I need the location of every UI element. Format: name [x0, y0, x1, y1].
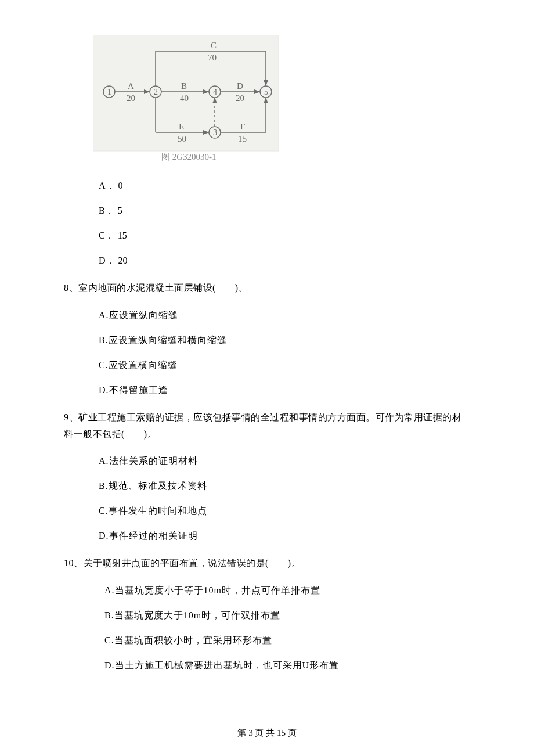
option-label: A． [99, 181, 115, 190]
option-d: D．20 [99, 255, 470, 267]
q10-options: A.当基坑宽度小于等于10m时，井点可作单排布置 B.当基坑宽度大于10m时，可… [64, 585, 470, 672]
edge-value-a: 20 [127, 93, 135, 103]
option-d: D.不得留施工逢 [99, 384, 470, 397]
option-b: B.当基坑宽度大于10m时，可作双排布置 [104, 610, 470, 622]
option-a: A.法律关系的证明材料 [99, 455, 470, 467]
option-value: 15 [118, 231, 127, 240]
node-label-4: 4 [213, 88, 217, 96]
option-b: B.规范、标准及技术资料 [99, 480, 470, 492]
option-a: A．0 [99, 180, 470, 192]
option-value: 0 [118, 181, 123, 190]
option-c: C.应设置横向缩缝 [99, 359, 470, 372]
network-diagram-container: C 70 E 50 F 15 A 20 B [93, 35, 470, 163]
question-text: 9、矿业工程施工索赔的证据，应该包括事情的全过程和事情的方方面面。可作为常用证据… [64, 412, 461, 439]
option-b: B．5 [99, 205, 470, 217]
question-9: 9、矿业工程施工索赔的证据，应该包括事情的全过程和事情的方方面面。可作为常用证据… [64, 409, 470, 443]
edge-value-b: 40 [180, 93, 189, 103]
option-c: C.事件发生的时间和地点 [99, 505, 470, 517]
edge-label-c: C [211, 41, 217, 50]
option-label: B． [99, 206, 114, 215]
question-text: 10、关于喷射井点面的平面布置，说法错误的是( )。 [64, 558, 301, 568]
edge-label-e: E [179, 122, 184, 131]
network-diagram: C 70 E 50 F 15 A 20 B [93, 35, 279, 163]
option-label: C． [99, 231, 114, 240]
node-label-1: 1 [107, 88, 111, 96]
edge-value-c: 70 [208, 53, 217, 62]
q8-options: A.应设置纵向缩缝 B.应设置纵向缩缝和横向缩缝 C.应设置横向缩缝 D.不得留… [64, 309, 470, 397]
node-label-2: 2 [154, 88, 158, 96]
option-value: 5 [118, 206, 122, 215]
option-b: B.应设置纵向缩缝和横向缩缝 [99, 334, 470, 347]
diagram-caption: 图 2G320030-1 [161, 152, 217, 161]
edge-label-f: F [240, 122, 245, 131]
option-value: 20 [118, 255, 128, 265]
option-label: D． [99, 255, 115, 265]
node-label-3: 3 [213, 128, 217, 137]
edge-value-d: 20 [236, 93, 244, 103]
option-a: A.当基坑宽度小于等于10m时，井点可作单排布置 [104, 585, 470, 597]
question-8: 8、室内地面的水泥混凝土面层铺设( )。 [64, 280, 470, 297]
q9-options: A.法律关系的证明材料 B.规范、标准及技术资料 C.事件发生的时间和地点 D.… [64, 455, 470, 542]
edge-value-f: 15 [238, 134, 247, 143]
option-d: D.当土方施工机械需要进出基坑时，也可采用U形布置 [104, 660, 470, 672]
option-d: D.事件经过的相关证明 [99, 530, 470, 542]
q7-options: A．0 B．5 C．15 D．20 [64, 180, 470, 267]
option-a: A.应设置纵向缩缝 [99, 309, 470, 322]
diagram-bg [93, 35, 279, 151]
page-footer: 第 3 页 共 15 页 [64, 728, 470, 739]
node-label-5: 5 [264, 88, 268, 96]
edge-label-d: D [237, 81, 243, 91]
question-text: 8、室内地面的水泥混凝土面层铺设( )。 [64, 283, 248, 293]
option-c: C.当基坑面积较小时，宜采用环形布置 [104, 635, 470, 647]
edge-label-b: B [181, 81, 187, 91]
edge-label-a: A [128, 81, 134, 91]
document-page: C 70 E 50 F 15 A 20 B [0, 0, 534, 756]
question-10: 10、关于喷射井点面的平面布置，说法错误的是( )。 [64, 555, 470, 572]
edge-value-e: 50 [178, 134, 186, 143]
option-c: C．15 [99, 230, 470, 242]
